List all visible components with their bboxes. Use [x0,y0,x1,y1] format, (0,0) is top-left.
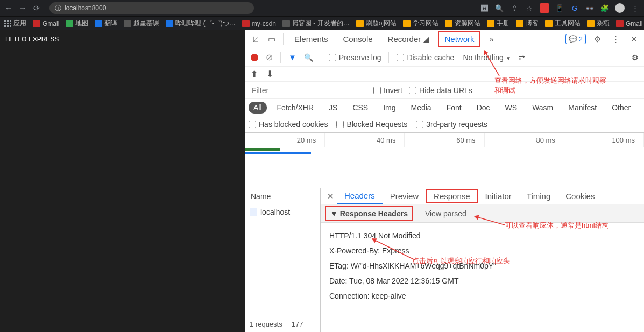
waterfall: 20 ms 40 ms 60 ms 80 ms 100 ms [245,132,644,188]
chip-media[interactable]: Media [406,102,436,114]
close-icon[interactable]: ✕ [627,32,641,46]
download-icon[interactable]: ⬇ [266,69,273,79]
chip-wasm[interactable]: Wasm [527,102,558,114]
chip-img[interactable]: Img [378,102,400,114]
bookmark-item[interactable]: 资源网站 [445,19,480,28]
bookmark-item[interactable]: 地图 [66,19,88,28]
bookmark-item[interactable]: my-csdn [242,20,276,27]
bookmark-item[interactable]: 手册 [487,19,509,28]
filter-row: Invert Hide data URLs [245,82,644,99]
clear-icon[interactable]: ⊘ [266,52,273,62]
filter-checks: Has blocked cookies Blocked Requests 3rd… [245,116,644,132]
chip-css[interactable]: CSS [348,102,373,114]
ext-icon-3[interactable]: G [570,3,579,13]
chip-js[interactable]: JS [324,102,342,114]
tab-cookies[interactable]: Cookies [558,188,602,204]
star-icon[interactable]: ☆ [525,3,534,13]
tab-headers[interactable]: Headers [337,188,383,204]
ext-icon-1[interactable] [540,3,549,13]
gear-icon[interactable]: ⚙ [590,32,604,46]
filter-icon[interactable]: ▼ [288,53,296,62]
bookmark-item[interactable]: 工具网站 [545,19,581,28]
tick: 20 ms [245,133,325,147]
bookmark-item[interactable]: 杂项 [587,19,610,28]
bookmark-item[interactable]: 超星慕课 [124,19,159,28]
network-toolbar-2: ⬆ ⬇ [245,67,644,82]
kebab-icon[interactable]: ⋮ [608,32,622,46]
bookmark-item[interactable]: 博客 [516,19,539,28]
bookmark-item[interactable]: 哔哩哔哩 (゜-゜)つ… [166,19,235,28]
chip-ws[interactable]: WS [500,102,522,114]
third-party-checkbox[interactable]: 3rd-party requests [416,120,487,129]
header-line: HTTP/1.1 304 Not Modified [329,228,635,243]
filter-input[interactable] [249,83,367,97]
tab-console[interactable]: Console [337,30,379,48]
tick: 100 ms [564,133,644,147]
header-line: ETag: W/"d-HhsXlKKHAM+6Weqg9+qtBnNm0pY" [329,258,635,273]
translate-icon[interactable]: 🅰 [479,3,489,13]
request-name: localhost [260,208,290,216]
bookmark-item[interactable]: 刷题oj网站 [356,19,397,28]
bookmark-item[interactable]: 博客园 - 开发者的… [282,19,350,28]
blocked-cookies-checkbox[interactable]: Has blocked cookies [249,120,328,129]
waterfall-bar [245,152,311,154]
chip-manifest[interactable]: Manifest [563,102,601,114]
header-line: Connection: keep-alive [329,288,635,303]
request-row[interactable]: localhost [245,204,320,220]
invert-checkbox[interactable]: Invert [373,86,402,95]
bookmark-item[interactable]: 翻译 [95,19,117,28]
reload-icon[interactable]: ⟳ [32,4,41,12]
gear-icon[interactable]: ⚙ [632,53,639,62]
tabs-overflow[interactable]: » [483,30,500,48]
wifi-icon[interactable]: ⇄ [519,53,525,62]
blocked-requests-checkbox[interactable]: Blocked Requests [336,120,407,129]
back-icon[interactable]: ← [4,4,13,12]
tab-timing[interactable]: Timing [519,188,558,204]
ext-icon-2[interactable]: 📱 [555,3,564,13]
avatar-icon[interactable] [615,3,625,13]
extensions-icon[interactable]: 🧩 [600,3,610,13]
view-parsed-button[interactable]: View parsed [421,207,471,220]
chip-other[interactable]: Other [607,102,635,114]
request-detail: ✕ Headers Preview Response Initiator Tim… [321,188,644,332]
bookmark-item[interactable]: Gmail [616,20,642,27]
chip-all[interactable]: All [249,102,267,114]
throttling-dropdown[interactable]: No throttling▼ [463,53,511,62]
ext-icon-4[interactable]: 👓 [585,3,595,13]
menu-icon[interactable]: ⋮ [630,3,640,13]
forward-icon[interactable]: → [18,4,27,12]
url-bar[interactable]: ⓘ localhost:8000 [49,2,254,14]
detail-tabs: ✕ Headers Preview Response Initiator Tim… [321,188,644,204]
chip-font[interactable]: Font [442,102,466,114]
inspect-icon[interactable]: ⟀ [249,32,263,46]
share-icon[interactable]: ⇪ [509,3,519,13]
tick: 80 ms [485,133,564,147]
search-icon[interactable]: 🔍 [304,53,313,62]
response-headers-section: ▼ Response Headers View parsed [321,204,644,223]
filter-chips: All Fetch/XHR JS CSS Img Media Font Doc … [245,99,644,116]
chip-fetch[interactable]: Fetch/XHR [272,102,319,114]
search-icon[interactable]: 🔍 [494,3,504,13]
tab-elements[interactable]: Elements [288,30,335,48]
tab-preview[interactable]: Preview [383,188,426,204]
tab-response[interactable]: Response [426,189,478,203]
tab-initiator[interactable]: Initiator [478,188,519,204]
close-detail-icon[interactable]: ✕ [324,192,337,201]
response-headers-toggle[interactable]: ▼ Response Headers [325,206,413,221]
network-toolbar: ⊘ ▼ 🔍 Preserve log Disable cache No thro… [245,48,644,67]
tab-recorder[interactable]: Recorder ◢ [381,30,436,48]
disable-cache-checkbox[interactable]: Disable cache [397,53,454,62]
issues-button[interactable]: 💬2 [565,34,586,44]
hide-data-urls-checkbox[interactable]: Hide data URLs [409,86,472,95]
record-button[interactable] [251,54,258,61]
bookmark-item[interactable]: 学习网站 [403,19,438,28]
device-icon[interactable]: ▭ [265,32,279,46]
chip-doc[interactable]: Doc [472,102,495,114]
apps-menu[interactable]: 应用 [4,19,26,28]
name-column-header[interactable]: Name [245,188,320,204]
info-icon: ⓘ [55,4,61,13]
upload-icon[interactable]: ⬆ [251,69,258,79]
tab-network[interactable]: Network [438,31,480,47]
preserve-log-checkbox[interactable]: Preserve log [329,53,381,62]
bookmark-item[interactable]: Gmail [33,20,59,27]
